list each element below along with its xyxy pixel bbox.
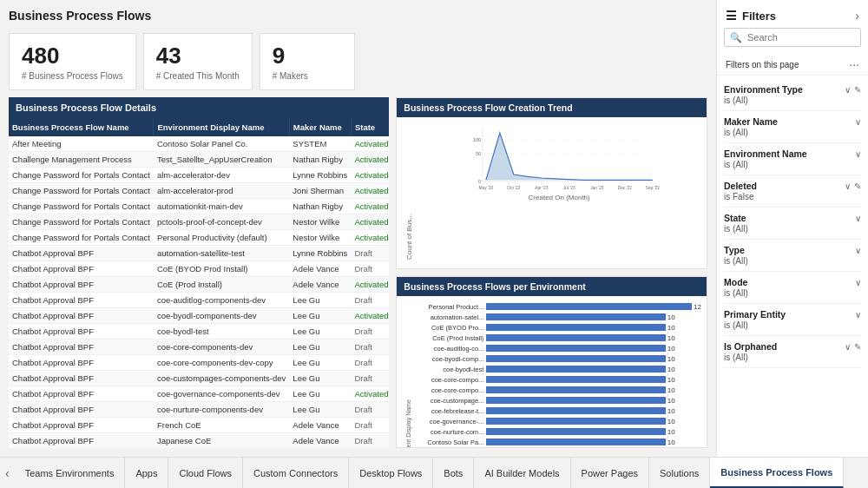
table-container[interactable]: Business Process Flow Name Environment D… (9, 118, 389, 448)
col-state: State (351, 118, 389, 136)
table-row[interactable]: Chatbot Approval BPFcoe-governance-compo… (9, 386, 389, 402)
table-row[interactable]: After MeetingContoso Solar Panel Co.SYST… (9, 136, 389, 152)
filter-edit-icon[interactable]: ✎ (854, 181, 861, 191)
filter-item-name: Environment Name (724, 148, 807, 159)
bar-label: Contoso Solar Pa... (415, 439, 486, 446)
filter-item-name: Maker Name (724, 116, 778, 127)
filter-item: Primary Entity∨is (All) (724, 304, 861, 336)
table-row[interactable]: Change Password for Portals Contactautom… (9, 199, 389, 214)
svg-text:Jan '23: Jan '23 (591, 186, 605, 190)
table-row[interactable]: Chatbot Approval BPFCoE (Prod Install)Ad… (9, 277, 389, 293)
tab-ai-builder[interactable]: AI Builder Models (474, 458, 570, 488)
filter-item-name: Mode (724, 277, 747, 287)
table-row[interactable]: Change Password for Portals Contactpctoo… (9, 214, 389, 230)
table-row[interactable]: Chatbot Approval BPFcoe-auditlog-compone… (9, 293, 389, 308)
table-row[interactable]: Chatbot Approval BPFautomation-satellite… (9, 246, 389, 261)
tab-apps[interactable]: Apps (125, 458, 168, 488)
table-row[interactable]: Chatbot Approval BPFCoE (BYOD Prod Insta… (9, 261, 389, 277)
svg-text:May '20: May '20 (479, 186, 494, 190)
col-env-name: Environment Display Name (154, 118, 289, 136)
stat-label-makers: # Makers (273, 71, 342, 81)
table-row[interactable]: Chatbot Approval BPFcoe-nurture-componen… (9, 402, 389, 418)
table-row[interactable]: Challenge Management ProcessTest_Satellt… (9, 152, 389, 168)
tab-bots[interactable]: Bots (433, 458, 474, 488)
table-row[interactable]: Chatbot Approval BPFcoe-custompages-comp… (9, 371, 389, 386)
col-flow-name: Business Process Flow Name (9, 118, 154, 136)
trend-chart-card: Business Process Flow Creation Trend Cou… (396, 97, 707, 269)
stat-number-makers: 9 (273, 43, 342, 69)
bar-fill (486, 386, 665, 393)
filter-item: State∨is (All) (724, 208, 861, 240)
filter-item-value: is (All) (724, 96, 861, 105)
bar-row: automation-satel...10 (415, 312, 701, 322)
bar-row: coe-byodl-comp...10 (415, 353, 701, 364)
chevron-down-icon[interactable]: ∨ (855, 149, 861, 159)
bar-label: coe-byodl-test (415, 366, 486, 373)
chevron-down-icon[interactable]: ∨ (845, 342, 851, 352)
bar-value-label: 12 (694, 303, 701, 311)
svg-text:Sep '22: Sep '22 (646, 186, 660, 190)
tab-desktop-flows[interactable]: Desktop Flows (349, 458, 433, 488)
filter-item: Environment Type∨✎is (All) (724, 79, 861, 111)
tab-teams-env[interactable]: Teams Environments (15, 458, 126, 488)
tab-custom-connectors[interactable]: Custom Connectors (243, 458, 349, 488)
bar-value-label: 10 (667, 376, 675, 384)
table-row[interactable]: Chatbot Approval BPFcoe-byodl-components… (9, 308, 389, 324)
stat-card-bpf: 480 # Business Process Flows (9, 33, 136, 90)
filter-item-name: Primary Entity (724, 309, 786, 320)
svg-text:Apr '23: Apr '23 (536, 186, 549, 190)
chevron-down-icon[interactable]: ∨ (855, 278, 861, 287)
bpf-table: Business Process Flow Name Environment D… (9, 118, 389, 448)
search-input[interactable] (724, 28, 861, 47)
filters-title: ☰ Filters (726, 9, 776, 23)
bar-label: automation-satel... (415, 313, 486, 321)
bar-fill (486, 397, 665, 404)
bar-y-axis-label: Environment Display Name (402, 301, 415, 448)
bar-value-label: 10 (667, 313, 675, 321)
trend-x-axis-label: Created On (Month) (417, 192, 701, 201)
chevron-down-icon[interactable]: ∨ (845, 85, 851, 95)
tab-bpf[interactable]: Business Process Flows (710, 458, 844, 488)
bar-label: coe-custompage... (415, 397, 486, 405)
filter-edit-icon[interactable]: ✎ (854, 85, 861, 95)
table-row[interactable]: Chatbot Approval BPFcoe-byodl-testLee Gu… (9, 324, 389, 340)
bar-row: coe-custompage...10 (415, 395, 701, 406)
table-row[interactable]: Change Password for Portals Contactalm-a… (9, 183, 389, 199)
filter-edit-icon[interactable]: ✎ (854, 342, 861, 352)
table-row[interactable]: Chatbot Approval BPFcoe-core-components-… (9, 340, 389, 355)
filter-item: Mode∨is (All) (724, 272, 861, 304)
chevron-down-icon[interactable]: ∨ (845, 181, 851, 191)
filter-item-value: is (All) (724, 224, 861, 234)
bpf-table-section: Business Process Flow Details Business P… (9, 97, 389, 448)
table-row[interactable]: Chatbot Approval BPFcoe-core-components-… (9, 355, 389, 371)
chevron-down-icon[interactable]: ∨ (855, 214, 861, 223)
chevron-down-icon[interactable]: ∨ (855, 310, 861, 320)
bar-value-label: 10 (667, 418, 675, 425)
bar-row: CoE (Prod Install)10 (415, 333, 701, 343)
chevron-down-icon[interactable]: ∨ (855, 246, 861, 255)
tab-solutions[interactable]: Solutions (649, 458, 710, 488)
filters-close-icon[interactable]: › (855, 9, 859, 23)
bar-value-label: 10 (667, 407, 675, 415)
table-row[interactable]: Change Password for Portals Contactalm-a… (9, 168, 389, 183)
table-row[interactable]: Chatbot Approval BPFJapanese CoEAdele Va… (9, 433, 389, 449)
bar-label: coe-governance-... (415, 418, 486, 425)
bar-label: coe-byodl-comp... (415, 355, 486, 363)
filter-item-name: Is Orphaned (724, 341, 777, 352)
svg-text:Dec '22: Dec '22 (618, 186, 632, 190)
chevron-down-icon[interactable]: ∨ (855, 117, 861, 127)
filters-on-page-label: Filters on this page ··· (717, 54, 868, 76)
bar-row: CoE (BYOD Pro...10 (415, 322, 701, 333)
search-icon: 🔍 (730, 32, 742, 43)
tab-cloud-flows[interactable]: Cloud Flows (168, 458, 243, 488)
table-header-row: Business Process Flow Name Environment D… (9, 118, 389, 136)
table-row[interactable]: Change Password for Portals ContactPerso… (9, 230, 389, 246)
tab-prev-button[interactable]: ‹ (0, 458, 15, 488)
tab-power-pages[interactable]: Power Pages (571, 458, 649, 488)
filter-item-value: is (All) (724, 288, 861, 298)
stat-label-bpf: # Business Process Flows (22, 71, 123, 81)
table-row[interactable]: Chatbot Approval BPFFrench CoEAdele Vanc… (9, 418, 389, 433)
stat-card-created: 43 # Created This Month (143, 33, 253, 90)
filters-more-options[interactable]: ··· (849, 57, 859, 71)
trend-y-axis-label: Count of Bus... (402, 122, 417, 263)
